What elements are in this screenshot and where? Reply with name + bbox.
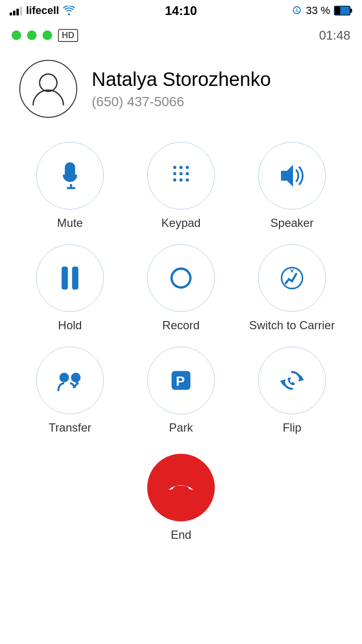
- switch-carrier-button[interactable]: Switch to Carrier: [241, 244, 343, 332]
- keypad-button[interactable]: Keypad: [130, 142, 232, 230]
- end-button[interactable]: [147, 454, 215, 521]
- park-circle[interactable]: P: [147, 347, 215, 414]
- switch-carrier-circle[interactable]: [258, 244, 326, 312]
- record-button[interactable]: Record: [130, 244, 232, 332]
- speaker-icon: [278, 163, 306, 188]
- svg-text:P: P: [176, 374, 185, 389]
- status-bar: lifecell 14:10 33 %: [0, 0, 362, 21]
- keypad-label: Keypad: [161, 216, 200, 230]
- flip-icon: [279, 368, 305, 393]
- keypad-circle[interactable]: [147, 142, 215, 210]
- svg-point-6: [186, 166, 189, 169]
- svg-point-9: [186, 172, 189, 175]
- record-label: Record: [162, 319, 199, 332]
- speaker-label: Speaker: [270, 216, 313, 230]
- status-right: 33 %: [292, 4, 352, 17]
- dot-2: [27, 30, 37, 40]
- svg-point-8: [180, 172, 183, 175]
- battery-icon: [334, 6, 352, 15]
- transfer-label: Transfer: [49, 421, 91, 434]
- alarm-icon: [292, 5, 302, 16]
- mute-label: Mute: [57, 216, 83, 230]
- mute-icon: [57, 161, 83, 190]
- carrier-label: lifecell: [26, 4, 59, 17]
- keypad-icon: [168, 163, 194, 188]
- svg-point-3: [40, 74, 57, 91]
- svg-rect-14: [62, 266, 68, 290]
- call-timer: 01:48: [319, 28, 350, 43]
- contact-section: Natalya Storozhenko (650) 437-5066: [0, 45, 362, 127]
- hold-icon: [59, 266, 81, 291]
- svg-rect-1: [335, 7, 340, 14]
- signal-icon: [10, 6, 22, 15]
- contact-name: Natalya Storozhenko: [92, 69, 271, 90]
- switch-carrier-icon: [279, 266, 305, 291]
- battery-label: 33 %: [306, 4, 330, 17]
- dots-and-hd: HD: [12, 29, 78, 42]
- dot-3: [42, 30, 52, 40]
- speaker-circle[interactable]: [258, 142, 326, 210]
- svg-point-12: [186, 178, 189, 182]
- svg-marker-13: [281, 165, 293, 187]
- call-controls-grid: Mute Keypad Speaker Hol: [0, 127, 362, 449]
- end-label: End: [171, 528, 192, 542]
- status-left: lifecell: [10, 4, 75, 17]
- end-call-icon: [167, 480, 195, 495]
- end-section: End: [0, 454, 362, 542]
- switch-carrier-label: Switch to Carrier: [249, 319, 334, 332]
- svg-point-10: [173, 178, 177, 182]
- transfer-button[interactable]: Transfer: [19, 347, 121, 434]
- svg-rect-15: [72, 266, 78, 290]
- person-icon: [27, 67, 70, 111]
- park-icon: P: [168, 368, 194, 393]
- park-button[interactable]: P Park: [130, 347, 232, 434]
- hd-badge: HD: [58, 29, 78, 42]
- hold-circle[interactable]: [36, 244, 104, 312]
- flip-label: Flip: [283, 421, 302, 434]
- time-display: 14:10: [165, 3, 197, 18]
- svg-point-7: [173, 172, 177, 175]
- mute-button[interactable]: Mute: [19, 142, 121, 230]
- record-circle[interactable]: [147, 244, 215, 312]
- contact-info: Natalya Storozhenko (650) 437-5066: [92, 69, 271, 110]
- flip-button[interactable]: Flip: [241, 347, 343, 434]
- avatar: [19, 60, 77, 118]
- transfer-circle[interactable]: [36, 347, 104, 414]
- svg-point-17: [59, 373, 69, 382]
- svg-rect-2: [350, 9, 352, 13]
- speaker-button[interactable]: Speaker: [241, 142, 343, 230]
- svg-point-16: [172, 269, 191, 288]
- flip-circle[interactable]: [258, 347, 326, 414]
- record-icon: [168, 266, 194, 291]
- hold-label: Hold: [58, 319, 82, 332]
- svg-point-5: [180, 166, 183, 169]
- dot-1: [12, 30, 21, 40]
- svg-point-11: [180, 178, 183, 182]
- mute-circle[interactable]: [36, 142, 104, 210]
- hold-button[interactable]: Hold: [19, 244, 121, 332]
- contact-phone: (650) 437-5066: [92, 94, 271, 110]
- transfer-icon: [56, 369, 84, 392]
- park-label: Park: [169, 421, 193, 434]
- dots-row: HD 01:48: [0, 21, 362, 45]
- wifi-icon: [63, 6, 75, 15]
- svg-point-4: [173, 166, 177, 169]
